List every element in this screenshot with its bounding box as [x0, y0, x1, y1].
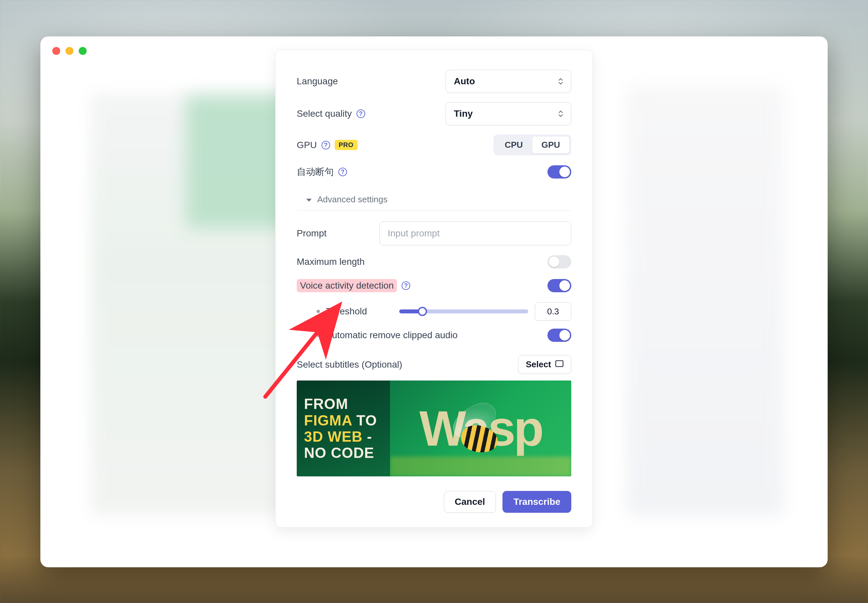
select-subtitles-button[interactable]: Select: [518, 355, 571, 374]
quality-label: Select quality: [297, 108, 352, 119]
gpu-label: GPU: [297, 140, 317, 150]
language-label: Language: [297, 76, 338, 87]
select-chevrons-icon: [558, 78, 563, 85]
max-length-label: Maximum length: [297, 257, 364, 267]
vad-help-icon[interactable]: ?: [401, 281, 410, 290]
preview-right-panel: Wasp: [390, 380, 571, 476]
advanced-settings-label: Advanced settings: [317, 194, 388, 205]
folder-icon: [555, 359, 564, 370]
select-button-label: Select: [525, 359, 551, 370]
max-length-toggle[interactable]: [547, 255, 571, 268]
vad-toggle[interactable]: [547, 279, 571, 292]
slider-thumb[interactable]: [418, 307, 427, 316]
transcribe-button[interactable]: Transcribe: [502, 491, 571, 513]
preview-text-line: FIGMA TO: [304, 412, 383, 428]
language-select[interactable]: Auto: [446, 70, 571, 93]
wasp-illustration: [448, 409, 501, 456]
threshold-value: 0.3: [535, 302, 571, 321]
threshold-row: Threshold 0.3: [297, 302, 571, 321]
threshold-control: 0.3: [399, 302, 571, 321]
toggle-knob: [560, 167, 570, 177]
gpu-segment-button[interactable]: GPU: [532, 136, 569, 153]
vad-row: Voice activity detection ?: [297, 278, 571, 293]
cpu-segment-button[interactable]: CPU: [496, 136, 532, 153]
auto-remove-clipped-label: Automatic remove clipped audio: [326, 330, 457, 340]
cancel-button[interactable]: Cancel: [444, 491, 496, 513]
prompt-row: Prompt: [297, 221, 571, 245]
auto-remove-clipped-toggle[interactable]: [547, 329, 571, 342]
quality-help-icon[interactable]: ?: [356, 110, 365, 118]
background-blurred-sidebar: [626, 86, 785, 516]
video-preview-thumbnail: FROM FIGMA TO 3D WEB - NO CODE Wasp: [297, 380, 571, 476]
caret-down-icon: [306, 194, 312, 205]
window-controls: [52, 47, 87, 55]
gpu-row: GPU ? PRO CPU GPU: [297, 135, 571, 155]
prompt-input[interactable]: [380, 221, 571, 245]
auto-break-row: 自动断句 ?: [297, 165, 571, 179]
app-window: Language Auto Select quality ? Tiny: [40, 36, 828, 567]
max-length-row: Maximum length: [297, 255, 571, 269]
language-row: Language Auto: [297, 70, 571, 93]
window-minimize-button[interactable]: [65, 47, 73, 55]
subtitles-row: Select subtitles (Optional) Select: [297, 355, 571, 374]
preview-text-line: FROM: [304, 396, 383, 412]
bullet-icon: [316, 334, 320, 337]
window-maximize-button[interactable]: [79, 47, 87, 55]
language-selected-value: Auto: [454, 76, 475, 87]
subtitles-label: Select subtitles (Optional): [297, 359, 402, 370]
quality-selected-value: Tiny: [454, 108, 473, 119]
auto-remove-clipped-row: Automatic remove clipped audio: [297, 329, 571, 342]
preview-left-panel: FROM FIGMA TO 3D WEB - NO CODE: [297, 380, 390, 476]
toggle-knob: [560, 280, 570, 291]
bullet-icon: [316, 310, 320, 313]
quality-select[interactable]: Tiny: [446, 102, 571, 125]
vad-label: Voice activity detection: [297, 279, 397, 292]
auto-break-toggle[interactable]: [547, 165, 571, 178]
advanced-settings-header[interactable]: Advanced settings: [297, 189, 571, 211]
toggle-knob: [549, 257, 560, 267]
preview-text-line: 3D WEB -: [304, 428, 383, 445]
pro-badge: PRO: [335, 140, 358, 150]
preview-text-line: NO CODE: [304, 445, 383, 461]
toggle-knob: [560, 330, 570, 340]
threshold-slider[interactable]: [399, 309, 528, 314]
modal-footer: Cancel Transcribe: [297, 491, 571, 513]
select-chevrons-icon: [558, 110, 563, 118]
gpu-segmented-control: CPU GPU: [494, 135, 571, 155]
quality-row: Select quality ? Tiny: [297, 102, 571, 125]
auto-break-help-icon[interactable]: ?: [338, 168, 347, 176]
svg-rect-0: [556, 361, 563, 366]
window-close-button[interactable]: [52, 47, 60, 55]
auto-break-label: 自动断句: [297, 165, 334, 178]
prompt-label: Prompt: [297, 228, 327, 239]
transcribe-settings-modal: Language Auto Select quality ? Tiny: [275, 49, 593, 527]
gpu-help-icon[interactable]: ?: [321, 141, 330, 150]
threshold-label: Threshold: [326, 306, 367, 317]
